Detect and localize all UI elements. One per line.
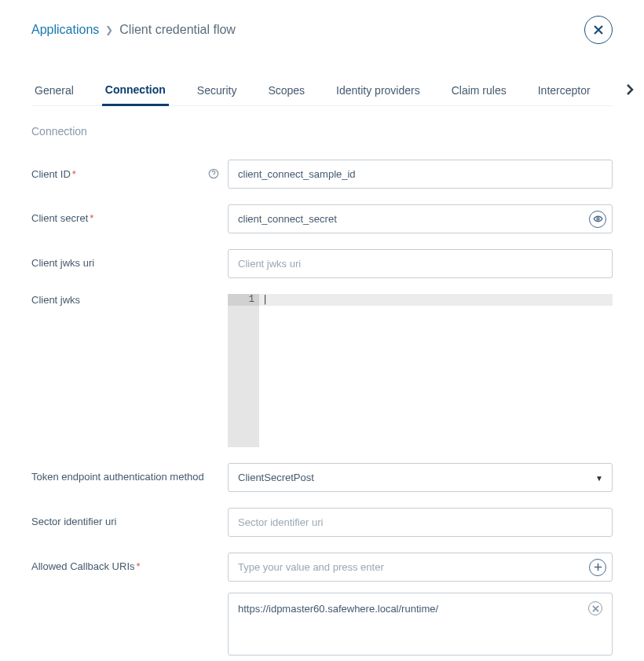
callback-uri-item: https://idpmaster60.safewhere.local/runt… <box>229 593 612 623</box>
client-secret-input[interactable] <box>228 204 613 233</box>
reveal-secret-button[interactable] <box>589 211 606 228</box>
client-id-help-button[interactable] <box>207 167 220 180</box>
allowed-callback-label: Allowed Callback URIs <box>31 560 135 572</box>
breadcrumb-separator-icon: ❯ <box>105 24 113 35</box>
required-indicator: * <box>137 560 141 572</box>
tab-security[interactable]: Security <box>194 76 240 105</box>
close-icon <box>592 605 599 612</box>
sector-identifier-input[interactable] <box>228 508 613 537</box>
breadcrumb: Applications ❯ Client credential flow <box>31 23 236 37</box>
svg-point-1 <box>597 218 599 220</box>
sector-identifier-label: Sector identifier uri <box>31 516 116 527</box>
client-jwks-label: Client jwks <box>31 294 80 306</box>
required-indicator: * <box>72 168 76 180</box>
plus-icon <box>593 562 603 572</box>
tab-scroll-right-button[interactable] <box>619 79 641 103</box>
allowed-callback-input[interactable] <box>228 553 613 582</box>
callback-uri-text: https://idpmaster60.safewhere.local/runt… <box>238 603 438 615</box>
help-icon <box>208 168 219 179</box>
client-jwks-uri-label: Client jwks uri <box>31 257 94 269</box>
tab-general[interactable]: General <box>31 76 77 105</box>
close-button[interactable] <box>584 16 613 44</box>
tab-connection[interactable]: Connection <box>102 75 169 106</box>
client-jwks-uri-input[interactable] <box>228 249 613 278</box>
eye-icon <box>593 214 603 224</box>
client-id-label: Client ID <box>31 168 71 180</box>
editor-content-area[interactable]: | <box>259 294 613 447</box>
tab-claim-rules[interactable]: Claim rules <box>448 76 510 105</box>
editor-gutter: 1 <box>228 294 259 447</box>
add-callback-button[interactable] <box>589 559 606 576</box>
section-title: Connection <box>31 125 613 138</box>
tab-identity-providers[interactable]: Identity providers <box>333 76 423 105</box>
callback-uri-list: https://idpmaster60.safewhere.local/runt… <box>228 593 613 655</box>
remove-callback-button[interactable] <box>588 601 602 615</box>
close-icon <box>593 24 604 35</box>
required-indicator: * <box>90 212 93 224</box>
client-id-input[interactable] <box>228 160 613 189</box>
token-auth-method-select[interactable]: ClientSecretPost <box>228 463 613 492</box>
tab-interceptor[interactable]: Interceptor <box>535 76 594 105</box>
line-number: 1 <box>228 294 259 306</box>
chevron-right-icon <box>624 83 636 96</box>
token-auth-method-label: Token endpoint authentication method <box>31 471 204 483</box>
breadcrumb-parent-link[interactable]: Applications <box>31 23 99 37</box>
tab-scopes[interactable]: Scopes <box>265 76 308 105</box>
tabs: General Connection Security Scopes Ident… <box>31 75 613 106</box>
client-secret-label: Client secret <box>31 212 88 224</box>
client-jwks-editor[interactable]: 1 | <box>228 294 613 447</box>
breadcrumb-current: Client credential flow <box>119 23 236 37</box>
editor-cursor-line: | <box>259 294 613 306</box>
